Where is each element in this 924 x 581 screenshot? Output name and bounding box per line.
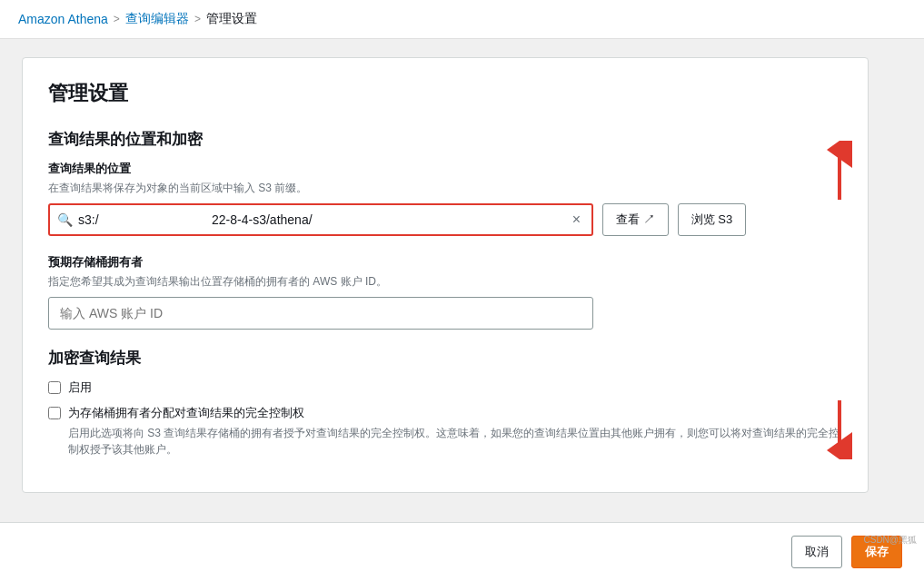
view-button[interactable]: 查看 ↗: [602, 203, 669, 236]
s3-clear-button[interactable]: ×: [569, 211, 584, 229]
owner-field-hint: 指定您希望其成为查询结果输出位置存储桶的拥有者的 AWS 账户 ID。: [48, 274, 842, 290]
page-title: 管理设置: [48, 80, 842, 107]
location-section-title: 查询结果的位置和加密: [48, 129, 842, 150]
enable-encrypt-label[interactable]: 启用: [68, 379, 92, 396]
encrypt-section-title: 加密查询结果: [48, 348, 842, 369]
breadcrumb-current: 管理设置: [206, 11, 257, 27]
location-field-hint: 在查询结果将保存为对象的当前区域中输入 S3 前缀。: [48, 181, 842, 196]
location-field-label: 查询结果的位置: [48, 161, 842, 177]
full-control-desc: 启用此选项将向 S3 查询结果存储桶的拥有者授予对查询结果的完全控制权。这意味着…: [68, 425, 842, 458]
s3-location-input-wrapper: 🔍 ×: [48, 203, 593, 236]
breadcrumb-sep-2: >: [194, 13, 201, 25]
search-icon: 🔍: [57, 212, 73, 227]
enable-encrypt-checkbox[interactable]: [48, 381, 61, 394]
aws-account-id-input[interactable]: [48, 297, 593, 330]
full-control-label[interactable]: 为存储桶拥有者分配对查询结果的完全控制权: [68, 406, 304, 419]
breadcrumb-sep-1: >: [114, 13, 120, 25]
browse-s3-button[interactable]: 浏览 S3: [678, 203, 747, 236]
breadcrumb-link-editor[interactable]: 查询编辑器: [125, 11, 189, 27]
owner-field-label: 预期存储桶拥有者: [48, 254, 842, 271]
s3-location-input[interactable]: [78, 212, 563, 227]
breadcrumb-link-athena[interactable]: Amazon Athena: [18, 12, 108, 26]
full-control-checkbox[interactable]: [48, 407, 61, 419]
